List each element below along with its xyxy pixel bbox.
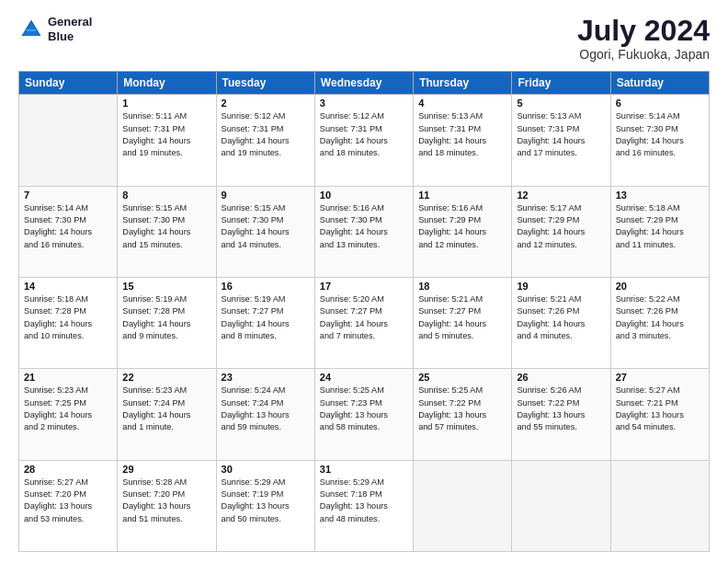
week-row-5: 28Sunrise: 5:27 AM Sunset: 7:20 PM Dayli…: [19, 460, 710, 551]
day-number: 12: [517, 190, 605, 201]
day-info: Sunrise: 5:20 AM Sunset: 7:27 PM Dayligh…: [320, 293, 408, 342]
day-cell: [512, 460, 610, 551]
day-cell: [414, 460, 512, 551]
main-title: July 2024: [577, 15, 710, 47]
day-cell: 9Sunrise: 5:15 AM Sunset: 7:30 PM Daylig…: [216, 186, 314, 277]
calendar-table: SundayMondayTuesdayWednesdayThursdayFrid…: [18, 71, 710, 552]
day-number: 18: [418, 281, 506, 292]
day-number: 3: [320, 98, 408, 109]
day-info: Sunrise: 5:14 AM Sunset: 7:30 PM Dayligh…: [24, 202, 112, 251]
day-info: Sunrise: 5:25 AM Sunset: 7:22 PM Dayligh…: [418, 385, 506, 433]
title-block: July 2024 Ogori, Fukuoka, Japan: [577, 15, 710, 62]
day-number: 30: [222, 464, 310, 475]
col-header-wednesday: Wednesday: [314, 72, 413, 95]
col-header-saturday: Saturday: [610, 72, 709, 95]
day-number: 13: [616, 190, 704, 201]
day-number: 6: [616, 98, 704, 109]
day-cell: 20Sunrise: 5:22 AM Sunset: 7:26 PM Dayli…: [610, 277, 709, 368]
day-number: 5: [517, 98, 605, 109]
day-info: Sunrise: 5:23 AM Sunset: 7:24 PM Dayligh…: [122, 385, 210, 433]
day-cell: 8Sunrise: 5:15 AM Sunset: 7:30 PM Daylig…: [118, 186, 216, 277]
week-row-4: 21Sunrise: 5:23 AM Sunset: 7:25 PM Dayli…: [19, 369, 710, 460]
day-info: Sunrise: 5:24 AM Sunset: 7:24 PM Dayligh…: [222, 385, 310, 433]
week-row-1: 1Sunrise: 5:11 AM Sunset: 7:31 PM Daylig…: [19, 95, 710, 186]
day-info: Sunrise: 5:21 AM Sunset: 7:26 PM Dayligh…: [517, 293, 605, 342]
day-info: Sunrise: 5:26 AM Sunset: 7:22 PM Dayligh…: [517, 385, 605, 433]
logo-icon: [18, 17, 44, 42]
day-cell: [19, 95, 118, 186]
day-info: Sunrise: 5:28 AM Sunset: 7:20 PM Dayligh…: [122, 477, 210, 525]
day-info: Sunrise: 5:19 AM Sunset: 7:28 PM Dayligh…: [122, 293, 210, 342]
day-number: 23: [222, 372, 310, 383]
week-row-3: 14Sunrise: 5:18 AM Sunset: 7:28 PM Dayli…: [19, 277, 710, 368]
day-cell: 29Sunrise: 5:28 AM Sunset: 7:20 PM Dayli…: [118, 460, 216, 551]
day-cell: 2Sunrise: 5:12 AM Sunset: 7:31 PM Daylig…: [216, 95, 314, 186]
day-number: 2: [222, 98, 310, 109]
day-info: Sunrise: 5:12 AM Sunset: 7:31 PM Dayligh…: [320, 110, 408, 159]
day-cell: 10Sunrise: 5:16 AM Sunset: 7:30 PM Dayli…: [314, 186, 413, 277]
day-cell: 16Sunrise: 5:19 AM Sunset: 7:27 PM Dayli…: [216, 277, 314, 368]
day-number: 20: [616, 281, 704, 292]
day-cell: 25Sunrise: 5:25 AM Sunset: 7:22 PM Dayli…: [414, 369, 512, 460]
day-info: Sunrise: 5:11 AM Sunset: 7:31 PM Dayligh…: [122, 110, 210, 159]
day-cell: 30Sunrise: 5:29 AM Sunset: 7:19 PM Dayli…: [216, 460, 314, 551]
day-cell: 24Sunrise: 5:25 AM Sunset: 7:23 PM Dayli…: [314, 369, 413, 460]
day-number: 25: [418, 372, 506, 383]
day-info: Sunrise: 5:29 AM Sunset: 7:18 PM Dayligh…: [320, 477, 408, 525]
day-info: Sunrise: 5:14 AM Sunset: 7:30 PM Dayligh…: [616, 110, 704, 159]
day-number: 26: [517, 372, 605, 383]
subtitle: Ogori, Fukuoka, Japan: [577, 47, 710, 62]
col-header-tuesday: Tuesday: [216, 72, 314, 95]
day-info: Sunrise: 5:12 AM Sunset: 7:31 PM Dayligh…: [222, 110, 310, 159]
day-info: Sunrise: 5:29 AM Sunset: 7:19 PM Dayligh…: [222, 477, 310, 525]
logo-line1: General: [48, 15, 92, 29]
svg-rect-2: [27, 29, 37, 31]
day-number: 1: [122, 98, 210, 109]
day-info: Sunrise: 5:13 AM Sunset: 7:31 PM Dayligh…: [517, 110, 605, 159]
day-number: 10: [320, 190, 408, 201]
day-cell: 3Sunrise: 5:12 AM Sunset: 7:31 PM Daylig…: [314, 95, 413, 186]
day-info: Sunrise: 5:15 AM Sunset: 7:30 PM Dayligh…: [222, 202, 310, 251]
day-number: 28: [24, 464, 112, 475]
day-number: 31: [320, 464, 408, 475]
day-number: 22: [122, 372, 210, 383]
day-cell: 4Sunrise: 5:13 AM Sunset: 7:31 PM Daylig…: [414, 95, 512, 186]
day-cell: 21Sunrise: 5:23 AM Sunset: 7:25 PM Dayli…: [19, 369, 118, 460]
day-number: 4: [418, 98, 506, 109]
day-info: Sunrise: 5:25 AM Sunset: 7:23 PM Dayligh…: [320, 385, 408, 433]
day-number: 14: [24, 281, 112, 292]
day-info: Sunrise: 5:23 AM Sunset: 7:25 PM Dayligh…: [24, 385, 112, 433]
day-number: 27: [616, 372, 704, 383]
header-row: SundayMondayTuesdayWednesdayThursdayFrid…: [19, 72, 710, 95]
day-number: 19: [517, 281, 605, 292]
day-info: Sunrise: 5:27 AM Sunset: 7:20 PM Dayligh…: [24, 477, 112, 525]
day-info: Sunrise: 5:18 AM Sunset: 7:28 PM Dayligh…: [24, 293, 112, 342]
day-cell: 22Sunrise: 5:23 AM Sunset: 7:24 PM Dayli…: [118, 369, 216, 460]
day-cell: 11Sunrise: 5:16 AM Sunset: 7:29 PM Dayli…: [414, 186, 512, 277]
day-cell: 27Sunrise: 5:27 AM Sunset: 7:21 PM Dayli…: [610, 369, 709, 460]
day-number: 17: [320, 281, 408, 292]
day-cell: 23Sunrise: 5:24 AM Sunset: 7:24 PM Dayli…: [216, 369, 314, 460]
logo-line2: Blue: [48, 29, 92, 44]
day-cell: 28Sunrise: 5:27 AM Sunset: 7:20 PM Dayli…: [19, 460, 118, 551]
day-info: Sunrise: 5:18 AM Sunset: 7:29 PM Dayligh…: [616, 202, 704, 251]
day-cell: 7Sunrise: 5:14 AM Sunset: 7:30 PM Daylig…: [19, 186, 118, 277]
day-info: Sunrise: 5:13 AM Sunset: 7:31 PM Dayligh…: [418, 110, 506, 159]
day-info: Sunrise: 5:16 AM Sunset: 7:30 PM Dayligh…: [320, 202, 408, 251]
day-cell: 1Sunrise: 5:11 AM Sunset: 7:31 PM Daylig…: [118, 95, 216, 186]
logo: General Blue: [18, 15, 92, 43]
day-number: 11: [418, 190, 506, 201]
day-cell: 19Sunrise: 5:21 AM Sunset: 7:26 PM Dayli…: [512, 277, 610, 368]
day-number: 9: [222, 190, 310, 201]
day-number: 7: [24, 190, 112, 201]
day-cell: 18Sunrise: 5:21 AM Sunset: 7:27 PM Dayli…: [414, 277, 512, 368]
col-header-friday: Friday: [512, 72, 610, 95]
day-cell: 31Sunrise: 5:29 AM Sunset: 7:18 PM Dayli…: [314, 460, 413, 551]
day-number: 15: [122, 281, 210, 292]
day-info: Sunrise: 5:16 AM Sunset: 7:29 PM Dayligh…: [418, 202, 506, 251]
day-cell: 13Sunrise: 5:18 AM Sunset: 7:29 PM Dayli…: [610, 186, 709, 277]
header: General Blue July 2024 Ogori, Fukuoka, J…: [18, 15, 710, 62]
day-info: Sunrise: 5:19 AM Sunset: 7:27 PM Dayligh…: [222, 293, 310, 342]
col-header-thursday: Thursday: [414, 72, 512, 95]
day-cell: 15Sunrise: 5:19 AM Sunset: 7:28 PM Dayli…: [118, 277, 216, 368]
